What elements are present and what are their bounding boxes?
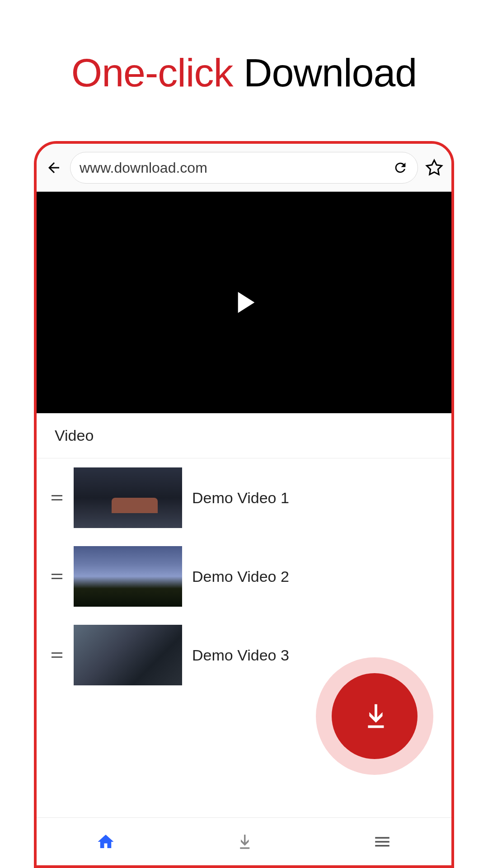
nav-downloads[interactable] xyxy=(230,828,258,855)
play-icon xyxy=(226,284,262,321)
nav-menu[interactable] xyxy=(369,828,396,855)
drag-handle-icon[interactable] xyxy=(50,495,64,500)
headline: One-click Download xyxy=(0,50,488,96)
list-item[interactable]: Demo Video 1 xyxy=(37,458,451,537)
drag-handle-icon[interactable] xyxy=(50,652,64,658)
video-player[interactable] xyxy=(37,192,451,413)
reload-icon xyxy=(393,160,408,175)
arrow-left-icon xyxy=(46,160,62,176)
browser-bar: www.download.com xyxy=(37,144,451,192)
section-title: Video xyxy=(55,427,433,444)
url-bar[interactable]: www.download.com xyxy=(70,152,418,184)
video-thumbnail xyxy=(74,546,182,607)
headline-plain: Download xyxy=(244,50,417,95)
section-header: Video xyxy=(37,413,451,458)
video-title: Demo Video 1 xyxy=(192,489,289,507)
headline-accent: One-click xyxy=(71,50,233,95)
url-text: www.download.com xyxy=(80,160,387,176)
fab-ring xyxy=(316,657,433,775)
video-title: Demo Video 3 xyxy=(192,646,289,664)
drag-handle-icon[interactable] xyxy=(50,574,64,579)
download-icon xyxy=(359,700,390,732)
menu-icon xyxy=(373,832,392,851)
reload-button[interactable] xyxy=(392,160,408,176)
bottom-nav xyxy=(37,817,451,865)
star-icon xyxy=(425,159,443,177)
back-button[interactable] xyxy=(44,158,64,178)
download-small-icon xyxy=(235,832,253,851)
download-fab[interactable] xyxy=(332,673,418,759)
video-thumbnail xyxy=(74,625,182,685)
video-thumbnail xyxy=(74,467,182,528)
video-title: Demo Video 2 xyxy=(192,568,289,585)
phone-frame: www.download.com Video Demo Video 1 xyxy=(34,141,454,868)
nav-home[interactable] xyxy=(92,828,119,855)
home-icon xyxy=(96,832,115,851)
favorite-button[interactable] xyxy=(424,158,444,178)
list-item[interactable]: Demo Video 2 xyxy=(37,537,451,616)
